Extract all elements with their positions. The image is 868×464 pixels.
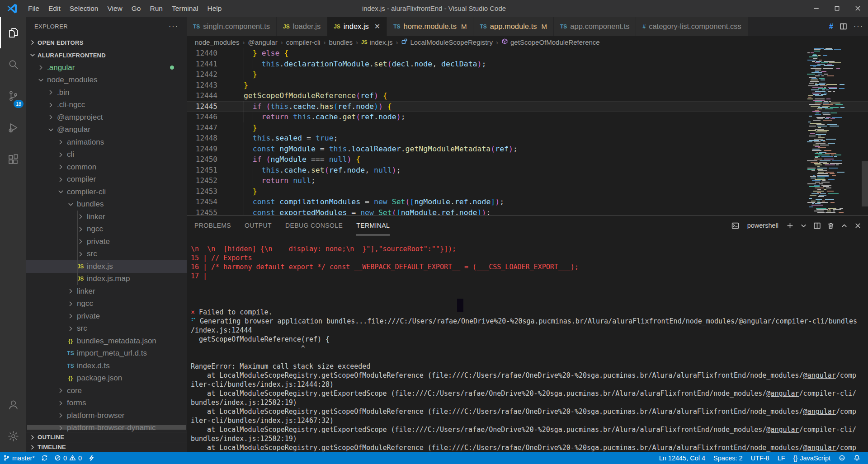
menu-run[interactable]: Run xyxy=(145,0,167,17)
tab-singIn.component.ts[interactable]: TSsingIn.component.ts xyxy=(187,17,277,36)
code-line-12447[interactable]: 12447 } xyxy=(187,122,868,133)
new-terminal-icon[interactable] xyxy=(786,222,794,230)
tree-item-index.js.map[interactable]: JSindex.js.map xyxy=(26,273,187,286)
menu-view[interactable]: View xyxy=(103,0,127,17)
panel-tab-terminal[interactable]: TERMINAL xyxy=(356,216,390,235)
tree-item-import_meta_url.d.ts[interactable]: TSimport_meta_url.d.ts xyxy=(26,347,187,360)
code-line-12453[interactable]: 12453 } xyxy=(187,186,868,197)
tree-item-forms[interactable]: forms xyxy=(26,397,187,410)
activity-account[interactable] xyxy=(0,389,26,420)
problems-indicator[interactable]: 0 0 xyxy=(51,452,85,464)
tree-item-ngcc[interactable]: ngcc xyxy=(26,298,187,310)
tree-item-linker[interactable]: linker xyxy=(26,285,187,298)
code-line-12449[interactable]: 12449 const ngModule = this.localReader.… xyxy=(187,144,868,155)
menu-help[interactable]: Help xyxy=(203,0,226,17)
sidebar-horizontal-scrollbar[interactable] xyxy=(27,425,186,430)
close-icon[interactable]: ✕ xyxy=(374,22,380,31)
code-editor[interactable]: 12440 } else {12441 this.declarationToMo… xyxy=(187,48,868,215)
window-close-button[interactable] xyxy=(847,0,868,17)
tab-app.component.ts[interactable]: TSapp.component.ts xyxy=(554,17,637,36)
activity-settings[interactable] xyxy=(0,420,26,452)
editor-scrollbar-thumb[interactable] xyxy=(862,161,868,206)
explorer-more-actions-icon[interactable]: ··· xyxy=(169,23,179,31)
css-file-icon[interactable]: # xyxy=(829,23,833,31)
code-line-12454[interactable]: 12454 const compilationModules = new Set… xyxy=(187,197,868,207)
tree-item-common[interactable]: common xyxy=(26,161,187,173)
tree-item-@angular[interactable]: @angular xyxy=(26,124,187,136)
maximize-panel-icon[interactable] xyxy=(840,222,848,230)
open-editors-section[interactable]: OPEN EDITORS xyxy=(26,36,187,49)
code-line-12443[interactable]: 12443 } xyxy=(187,80,868,91)
git-branch-indicator[interactable]: master* xyxy=(0,452,38,464)
code-line-12446[interactable]: 12446 return this.cache.get(ref.node); xyxy=(187,112,868,122)
tree-item-.angular[interactable]: .angular xyxy=(26,61,187,74)
code-line-12442[interactable]: 12442 } xyxy=(187,69,868,80)
code-line-12448[interactable]: 12448 this.sealed = true; xyxy=(187,133,868,144)
breadcrumb-LocalModuleScopeRegistry[interactable]: LocalModuleScopeRegistry xyxy=(401,38,493,46)
tree-item-private[interactable]: private xyxy=(26,235,187,248)
breadcrumb-getScopeOfModuleReference[interactable]: getScopeOfModuleReference xyxy=(501,38,600,46)
lightning-indicator[interactable] xyxy=(85,452,98,464)
window-maximize-button[interactable] xyxy=(826,0,847,17)
tree-item-package.json[interactable]: {}package.json xyxy=(26,372,187,385)
language-mode[interactable]: {} JavaScript xyxy=(789,452,835,464)
menu-selection[interactable]: Selection xyxy=(65,0,103,17)
code-line-12440[interactable]: 12440 } else { xyxy=(187,48,868,59)
code-line-12452[interactable]: 12452 return null; xyxy=(187,175,868,186)
tree-item-.bin[interactable]: .bin xyxy=(26,86,187,99)
code-line-12455[interactable]: 12455 const exportedModules = new Set([n… xyxy=(187,207,868,216)
tab-home.module.ts[interactable]: TShome.module.tsM xyxy=(387,17,473,36)
shell-label[interactable]: powershell xyxy=(747,222,778,229)
tree-item-@ampproject[interactable]: @ampproject xyxy=(26,111,187,124)
code-line-12444[interactable]: 12444 getScopeOfModuleReference(ref) { xyxy=(187,90,868,101)
chevron-down-icon[interactable] xyxy=(800,222,807,230)
workspace-section[interactable]: ALURAFLIXFRONTEND xyxy=(26,49,187,61)
activity-search[interactable] xyxy=(0,48,26,80)
tab-loader.js[interactable]: JSloader.js xyxy=(277,17,327,36)
activity-extensions[interactable] xyxy=(0,143,26,175)
tab-index.js[interactable]: JSindex.js✕ xyxy=(327,17,387,36)
feedback-button[interactable] xyxy=(835,452,849,464)
tree-item-index.d.ts[interactable]: TSindex.d.ts xyxy=(26,360,187,372)
breadcrumb-index.js[interactable]: JSindex.js xyxy=(361,38,392,46)
tree-item-bundles[interactable]: bundles xyxy=(26,198,187,211)
menu-go[interactable]: Go xyxy=(127,0,146,17)
tree-item-animations[interactable]: animations xyxy=(26,136,187,149)
split-terminal-icon[interactable] xyxy=(813,222,821,230)
tree-item-bundles_metadata.json[interactable]: {}bundles_metadata.json xyxy=(26,335,187,347)
tree-item-.cli-ngcc[interactable]: .cli-ngcc xyxy=(26,99,187,112)
tree-item-compiler[interactable]: compiler xyxy=(26,173,187,186)
panel-tab-problems[interactable]: PROBLEMS xyxy=(194,216,231,235)
code-line-12450[interactable]: 12450 if (ngModule === null) { xyxy=(187,154,868,165)
minimap[interactable] xyxy=(807,48,844,215)
breadcrumb-@angular[interactable]: @angular xyxy=(248,38,277,46)
tree-item-node_modules[interactable]: node_modules xyxy=(26,74,187,87)
eol-sequence[interactable]: LF xyxy=(774,452,789,464)
tree-item-src[interactable]: src xyxy=(26,323,187,335)
sync-button[interactable] xyxy=(38,452,51,464)
menu-edit[interactable]: Edit xyxy=(44,0,65,17)
more-actions-icon[interactable]: ··· xyxy=(854,23,863,31)
panel-tab-debug-console[interactable]: DEBUG CONSOLE xyxy=(285,216,343,235)
tree-item-ngcc[interactable]: ngcc xyxy=(26,223,187,236)
code-line-12441[interactable]: 12441 this.declarationToModule.set(decl.… xyxy=(187,59,868,70)
menu-terminal[interactable]: Terminal xyxy=(167,0,203,17)
activity-explorer[interactable] xyxy=(0,17,26,48)
breadcrumb-bundles[interactable]: bundles xyxy=(329,38,353,46)
cursor-position[interactable]: Ln 12445, Col 4 xyxy=(655,452,709,464)
breadcrumb-compiler-cli[interactable]: compiler-cli xyxy=(286,38,321,46)
notifications-button[interactable] xyxy=(849,452,864,464)
menu-file[interactable]: File xyxy=(24,0,44,17)
panel-tab-output[interactable]: OUTPUT xyxy=(245,216,272,235)
tree-item-core[interactable]: core xyxy=(26,384,187,397)
tree-item-src[interactable]: src xyxy=(26,248,187,261)
breadcrumb-node_modules[interactable]: node_modules xyxy=(195,38,239,46)
window-minimize-button[interactable] xyxy=(806,0,826,17)
timeline-section[interactable]: TIMELINE xyxy=(26,442,187,452)
outline-section[interactable]: OUTLINE xyxy=(26,432,187,442)
activity-run-debug[interactable] xyxy=(0,112,26,143)
tab-category-list.component.css[interactable]: #category-list.component.css xyxy=(636,17,748,36)
tree-item-linker[interactable]: linker xyxy=(26,211,187,223)
code-line-12445[interactable]: 12445 if (this.cache.has(ref.node)) { xyxy=(187,101,868,112)
code-line-12451[interactable]: 12451 this.cache.set(ref.node, null); xyxy=(187,165,868,176)
